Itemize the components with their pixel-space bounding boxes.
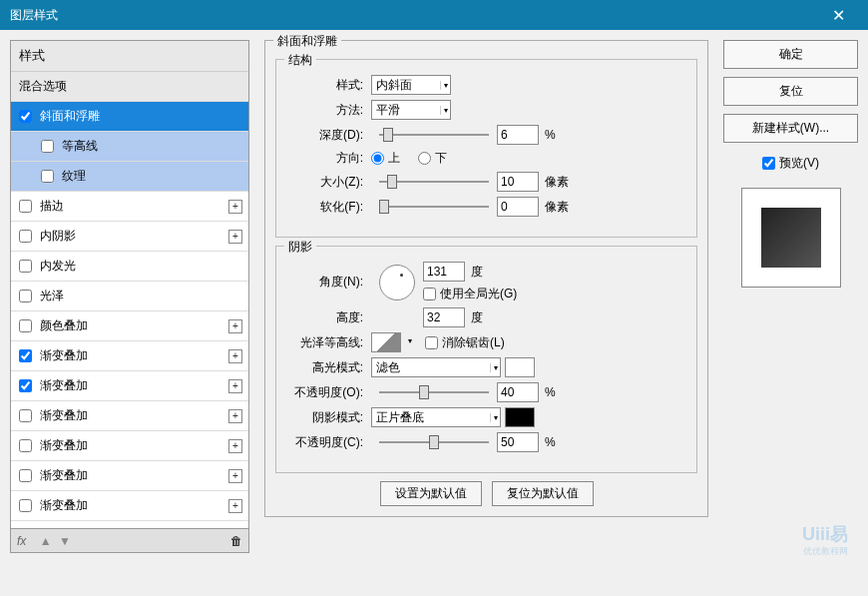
plus-icon[interactable]: + xyxy=(228,379,242,393)
soften-slider[interactable] xyxy=(379,206,489,208)
angle-input[interactable]: 131 xyxy=(423,262,465,282)
reset-default-button[interactable]: 复位为默认值 xyxy=(492,481,594,506)
style-item-checkbox[interactable] xyxy=(19,379,32,392)
depth-slider[interactable] xyxy=(379,134,489,136)
gloss-contour-picker[interactable] xyxy=(371,332,401,352)
soften-label: 软化(F): xyxy=(286,199,371,216)
gloss-label: 光泽等高线: xyxy=(286,334,371,351)
preview-check[interactable]: 预览(V) xyxy=(723,155,858,172)
style-item-label: 渐变叠加 xyxy=(40,437,88,454)
style-item[interactable]: 渐变叠加+ xyxy=(11,341,248,371)
style-item-checkbox[interactable] xyxy=(19,469,32,482)
style-item[interactable]: 渐变叠加+ xyxy=(11,521,248,529)
watermark: Uiii易 xyxy=(802,522,848,546)
center-panel: 斜面和浮雕 结构 样式: 内斜面 方法: 平滑 深度(D): 6 % xyxy=(259,40,713,553)
style-item-checkbox[interactable] xyxy=(19,110,32,123)
style-item-checkbox[interactable] xyxy=(41,170,54,183)
trash-icon[interactable]: 🗑 xyxy=(230,534,242,548)
highlight-color-swatch[interactable] xyxy=(505,357,535,377)
highlight-opacity-slider[interactable] xyxy=(379,391,489,393)
structure-fieldset: 结构 样式: 内斜面 方法: 平滑 深度(D): 6 % 方向: xyxy=(275,59,697,238)
plus-icon[interactable]: + xyxy=(228,200,242,214)
plus-icon[interactable]: + xyxy=(228,230,242,244)
ok-button[interactable]: 确定 xyxy=(723,40,858,69)
plus-icon[interactable]: + xyxy=(228,469,242,483)
fx-icon[interactable]: fx xyxy=(17,534,26,548)
new-style-button[interactable]: 新建样式(W)... xyxy=(723,114,858,143)
size-slider[interactable] xyxy=(379,181,489,183)
style-item[interactable]: 光泽 xyxy=(11,282,248,311)
preview-swatch xyxy=(761,208,821,268)
soften-input[interactable]: 0 xyxy=(497,197,539,217)
antialias-check[interactable]: 消除锯齿(L) xyxy=(425,334,505,351)
size-input[interactable]: 10 xyxy=(497,172,539,192)
style-item-checkbox[interactable] xyxy=(41,140,54,153)
style-item-checkbox[interactable] xyxy=(19,349,32,362)
preview-box xyxy=(741,188,841,288)
blend-options-label: 混合选项 xyxy=(19,78,67,95)
global-light-check[interactable]: 使用全局光(G) xyxy=(423,286,517,302)
style-item-label: 渐变叠加 xyxy=(40,407,88,424)
blend-options-row[interactable]: 混合选项 xyxy=(11,72,248,102)
list-toolbar: fx ▲ ▼ 🗑 xyxy=(10,529,249,553)
style-item-label: 渐变叠加 xyxy=(40,497,88,514)
highlight-mode-combo[interactable]: 滤色 xyxy=(371,357,501,377)
shadow-opacity-slider[interactable] xyxy=(379,441,489,443)
depth-input[interactable]: 6 xyxy=(497,125,539,145)
shadow-mode-label: 阴影模式: xyxy=(286,409,371,426)
plus-icon[interactable]: + xyxy=(228,499,242,513)
arrow-up-icon[interactable]: ▲ xyxy=(40,534,52,548)
style-item[interactable]: 内发光 xyxy=(11,252,248,282)
plus-icon[interactable]: + xyxy=(228,439,242,453)
arrow-down-icon[interactable]: ▼ xyxy=(59,534,71,548)
style-item-checkbox[interactable] xyxy=(19,499,32,512)
style-item-checkbox[interactable] xyxy=(19,409,32,422)
style-item-checkbox[interactable] xyxy=(19,319,32,332)
technique-label: 方法: xyxy=(286,102,371,119)
plus-icon[interactable]: + xyxy=(228,319,242,333)
cancel-button[interactable]: 复位 xyxy=(723,77,858,106)
style-item-checkbox[interactable] xyxy=(19,230,32,243)
style-item-label: 渐变叠加 xyxy=(40,347,88,364)
altitude-input[interactable]: 32 xyxy=(423,307,465,327)
style-item[interactable]: 等高线 xyxy=(11,132,248,162)
dir-up-radio[interactable]: 上 xyxy=(371,150,400,167)
style-combo[interactable]: 内斜面 xyxy=(371,75,451,95)
shadow-color-swatch[interactable] xyxy=(505,407,535,427)
style-item[interactable]: 斜面和浮雕 xyxy=(11,102,248,132)
style-item[interactable]: 渐变叠加+ xyxy=(11,431,248,461)
highlight-opacity-input[interactable]: 40 xyxy=(497,382,539,402)
depth-label: 深度(D): xyxy=(286,127,371,144)
style-item[interactable]: 渐变叠加+ xyxy=(11,461,248,491)
style-item-label: 斜面和浮雕 xyxy=(40,108,100,125)
style-item[interactable]: 内阴影+ xyxy=(11,222,248,252)
soften-unit: 像素 xyxy=(545,199,569,216)
style-item-checkbox[interactable] xyxy=(19,200,32,213)
styles-list: 样式 混合选项 斜面和浮雕等高线纹理描边+内阴影+内发光光泽颜色叠加+渐变叠加+… xyxy=(10,40,249,529)
plus-icon[interactable]: + xyxy=(228,409,242,423)
style-item-label: 颜色叠加 xyxy=(40,317,88,334)
style-item[interactable]: 描边+ xyxy=(11,192,248,222)
technique-combo[interactable]: 平滑 xyxy=(371,100,451,120)
style-item-checkbox[interactable] xyxy=(19,260,32,273)
style-item[interactable]: 渐变叠加+ xyxy=(11,371,248,401)
set-default-button[interactable]: 设置为默认值 xyxy=(380,481,482,506)
style-item-label: 描边 xyxy=(40,198,64,215)
shadow-opacity-label: 不透明度(C): xyxy=(286,434,371,451)
style-item[interactable]: 颜色叠加+ xyxy=(11,311,248,341)
bevel-fieldset: 斜面和浮雕 结构 样式: 内斜面 方法: 平滑 深度(D): 6 % xyxy=(264,40,708,517)
style-item-checkbox[interactable] xyxy=(19,439,32,452)
close-icon[interactable]: ✕ xyxy=(818,0,858,30)
style-item[interactable]: 纹理 xyxy=(11,162,248,192)
style-item[interactable]: 渐变叠加+ xyxy=(11,491,248,521)
shadow-mode-combo[interactable]: 正片叠底 xyxy=(371,407,501,427)
style-item-checkbox[interactable] xyxy=(19,290,32,302)
plus-icon[interactable]: + xyxy=(228,349,242,363)
dialog-body: 样式 混合选项 斜面和浮雕等高线纹理描边+内阴影+内发光光泽颜色叠加+渐变叠加+… xyxy=(0,30,868,563)
style-label: 样式: xyxy=(286,77,371,94)
angle-dial[interactable] xyxy=(379,265,415,300)
shadow-opacity-input[interactable]: 50 xyxy=(497,432,539,452)
dir-down-radio[interactable]: 下 xyxy=(418,150,447,167)
style-item-label: 等高线 xyxy=(62,138,98,155)
style-item[interactable]: 渐变叠加+ xyxy=(11,401,248,431)
